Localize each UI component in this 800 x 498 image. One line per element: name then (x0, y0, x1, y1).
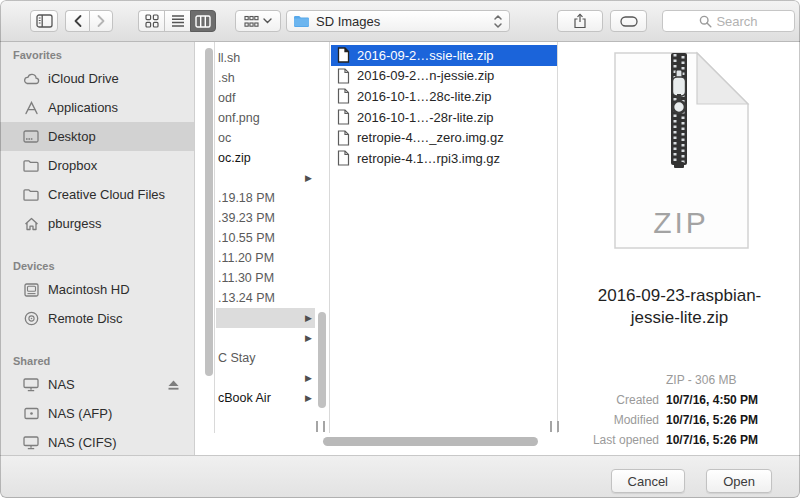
harddrive-icon (22, 281, 40, 299)
clipped-file-row[interactable]: .39.23 PM (216, 208, 315, 228)
folder-row[interactable]: ▶ (216, 168, 315, 188)
file-name: 2016-10-1…28c-lite.zip (357, 89, 491, 104)
sidebar-item-applications[interactable]: Applications (0, 93, 194, 122)
file-name: retropie-4.1…rpi3.img.gz (357, 151, 500, 166)
file-name: 2016-09-2…ssie-lite.zip (357, 48, 494, 63)
back-button[interactable] (65, 10, 89, 32)
column-scrollbar[interactable] (318, 312, 326, 408)
doc-icon (337, 130, 351, 146)
display-icon (22, 376, 40, 394)
file-row-retropie-4-zero-img-gz[interactable]: retropie-4.…_zero.img.gz (331, 127, 557, 148)
detail-value: 10/7/16, 5:26 PM (666, 433, 800, 447)
selected-folder-row[interactable]: ▶ (216, 308, 315, 328)
chevron-right-icon (96, 14, 106, 28)
sidebar-item-dropbox[interactable]: Dropbox (0, 151, 194, 180)
sidebar-toggle-icon (36, 14, 53, 28)
clipped-file-row[interactable]: .11.20 PM (216, 248, 315, 268)
open-button[interactable]: Open (706, 469, 772, 493)
folder-row[interactable]: ▶ (216, 368, 315, 388)
row-label: oc (218, 131, 231, 145)
column-sd-images: 2016-09-2…ssie-lite.zip2016-09-2…n-jessi… (331, 42, 558, 433)
clipped-file-row[interactable]: oc.zip (216, 148, 315, 168)
sidebar-item-creative-cloud-files[interactable]: Creative Cloud Files (0, 180, 194, 209)
sidebar-item-nas-afp[interactable]: NAS (AFP) (0, 399, 194, 428)
row-label: .sh (218, 71, 235, 85)
row-label: onf.png (218, 111, 260, 125)
clipped-file-row[interactable]: onf.png (216, 108, 315, 128)
folder-icon (22, 157, 40, 175)
grid-view-icon (145, 14, 159, 28)
clipped-file-row[interactable]: .sh (216, 68, 315, 88)
sidebar-section-title: Devices (0, 257, 194, 275)
sidebar-item-nas-cifs[interactable]: NAS (CIFS) (0, 428, 194, 455)
sidebar-section-title: Shared (0, 352, 194, 370)
detail-value: 10/7/16, 5:26 PM (666, 413, 800, 427)
sidebar-item-label: Dropbox (48, 158, 97, 173)
clipped-file-row[interactable]: .10.55 PM (216, 228, 315, 248)
path-popup-button[interactable]: SD Images (286, 10, 510, 32)
tag-icon (620, 16, 638, 27)
preview-details: Created10/7/16, 4:50 PMModified10/7/16, … (559, 393, 800, 447)
clipped-file-row[interactable]: C Stay (216, 348, 315, 368)
column-desktop: ll.sh.shodfonf.pngococ.zip▶.19.18 PM.39.… (216, 42, 330, 433)
folder-arrow-icon: ▶ (305, 328, 312, 348)
icloud-icon (22, 70, 40, 88)
applications-icon (22, 99, 40, 117)
clipped-file-row[interactable]: cBook Air▶ (216, 388, 315, 408)
view-list-button[interactable] (164, 10, 190, 32)
file-row-2016-10-1-28r-lite-zip[interactable]: 2016-10-1…-28r-lite.zip (331, 107, 557, 128)
path-popup-label: SD Images (316, 14, 380, 29)
doc-icon (337, 68, 351, 84)
sidebar-toggle-button[interactable] (30, 10, 58, 32)
sidebar: FavoritesiCloud DriveApplicationsDesktop… (0, 42, 195, 455)
view-columns-button[interactable] (190, 10, 216, 32)
server-icon (22, 405, 40, 423)
sidebar-item-nas[interactable]: NAS (0, 370, 194, 399)
hidden-column-edge (196, 42, 215, 433)
tag-button[interactable] (610, 10, 647, 32)
sidebar-item-remote-disc[interactable]: Remote Disc (0, 304, 194, 333)
clipped-file-row[interactable]: .13.24 PM (216, 288, 315, 308)
clipped-file-row[interactable]: ll.sh (216, 48, 315, 68)
detail-value: 10/7/16, 4:50 PM (666, 393, 800, 407)
cancel-button[interactable]: Cancel (611, 469, 685, 493)
file-row-retropie-4-1-rpi3-img-gz[interactable]: retropie-4.1…rpi3.img.gz (331, 148, 557, 169)
sidebar-item-label: NAS (48, 377, 75, 392)
sidebar-section-shared: SharedNASNAS (AFP)NAS (CIFS) (0, 352, 194, 455)
arrange-menu-button[interactable] (235, 10, 281, 32)
column-resize-handle[interactable] (316, 421, 325, 432)
column-resize-handle[interactable] (550, 421, 559, 432)
dialog-footer: Cancel Open (0, 455, 800, 498)
display-icon (22, 434, 40, 452)
row-label: .13.24 PM (218, 291, 275, 305)
folder-icon (22, 186, 40, 204)
clipped-file-row[interactable]: oc (216, 128, 315, 148)
column-scrollbar[interactable] (205, 48, 213, 376)
clipped-file-row[interactable]: .11.30 PM (216, 268, 315, 288)
folder-row[interactable]: ▶ (216, 328, 315, 348)
sidebar-item-icloud-drive[interactable]: iCloud Drive (0, 64, 194, 93)
file-name: retropie-4.…_zero.img.gz (357, 130, 504, 145)
share-button[interactable] (557, 10, 603, 32)
row-label: cBook Air (218, 391, 271, 405)
file-row-2016-09-2-ssie-lite-zip[interactable]: 2016-09-2…ssie-lite.zip (331, 45, 557, 66)
sidebar-item-pburgess[interactable]: pburgess (0, 209, 194, 238)
clipped-file-row[interactable]: .19.18 PM (216, 188, 315, 208)
detail-label: Created (559, 393, 659, 407)
preview-pane: ZIP 2016-09-23-raspbian-jessie-lite.zip … (559, 42, 800, 455)
horizontal-scrollbar[interactable] (323, 437, 538, 446)
sidebar-item-desktop[interactable]: Desktop (0, 122, 194, 151)
row-label: .10.55 PM (218, 231, 275, 245)
clipped-file-row[interactable]: odf (216, 88, 315, 108)
sidebar-item-label: Remote Disc (48, 311, 122, 326)
file-row-2016-09-2-n-jessie-zip[interactable]: 2016-09-2…n-jessie.zip (331, 66, 557, 87)
view-icons-button[interactable] (138, 10, 164, 32)
browser-area: FavoritesiCloud DriveApplicationsDesktop… (0, 42, 800, 455)
sidebar-item-macintosh-hd[interactable]: Macintosh HD (0, 275, 194, 304)
eject-icon[interactable] (164, 376, 182, 394)
search-input[interactable]: Search (662, 10, 795, 32)
folder-arrow-icon: ▶ (305, 308, 312, 328)
file-row-2016-10-1-28c-lite-zip[interactable]: 2016-10-1…28c-lite.zip (331, 86, 557, 107)
preview-kind: ZIP - 306 MB (666, 373, 736, 387)
forward-button[interactable] (89, 10, 113, 32)
